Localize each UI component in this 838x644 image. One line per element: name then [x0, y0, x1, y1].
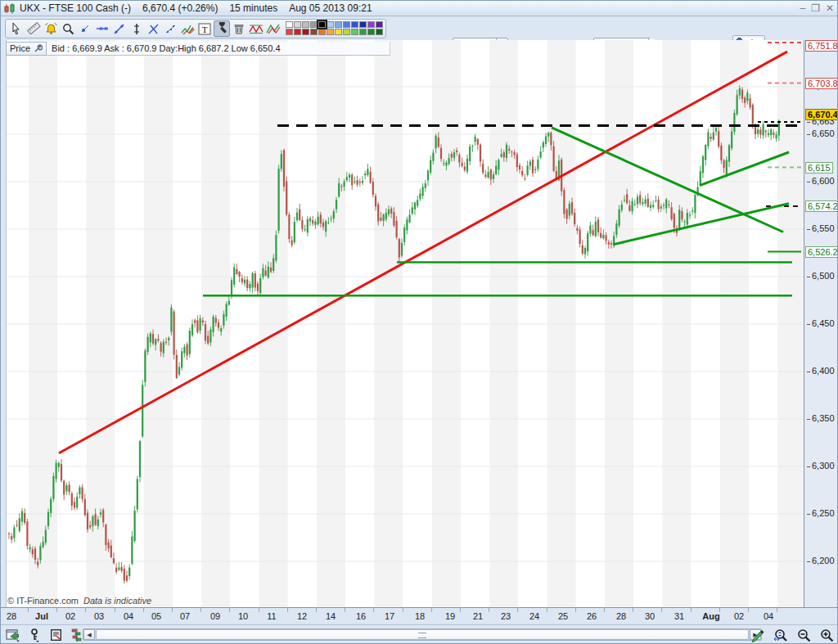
date-tick-label: 04: [764, 611, 773, 621]
scroll-left-icon[interactable]: ◀: [83, 629, 95, 640]
palette-color-swatch[interactable]: [335, 21, 342, 28]
axis-separator: [316, 608, 317, 612]
key-icon[interactable]: [25, 627, 43, 643]
palette-color-swatch[interactable]: [327, 29, 334, 35]
wrench-icon: [34, 44, 43, 53]
pattern-green-tool-icon: [266, 23, 281, 34]
zoom-tool[interactable]: [60, 20, 77, 37]
axis-separator: [719, 608, 720, 612]
axis-separator: [172, 608, 173, 612]
price-axis[interactable]: 6,7006,6506,6006,5506,5006,4506,4006,350…: [804, 40, 838, 607]
palette-color-swatch[interactable]: [318, 21, 326, 28]
pattern-red-tool[interactable]: [247, 20, 264, 37]
price-tick-label: 6,450: [807, 318, 835, 328]
date-tick-label: 31: [674, 611, 684, 621]
price-tick-label: 6,350: [807, 413, 835, 423]
axis-separator: [489, 608, 489, 612]
price-level-label: 6,526.2: [805, 246, 838, 258]
title-instrument: UKX - FTSE 100 Cash (-): [20, 2, 131, 14]
palette-color-swatch[interactable]: [302, 29, 309, 35]
palette-color-swatch[interactable]: [376, 21, 383, 28]
date-tick-label: 09: [210, 611, 220, 621]
axis-separator: [691, 608, 692, 612]
palette-color-swatch[interactable]: [367, 21, 375, 28]
palette-color-swatch[interactable]: [286, 29, 293, 35]
text-tool-icon: T: [198, 23, 211, 35]
cross-lines-tool-icon: [147, 23, 160, 35]
axis-separator: [517, 608, 518, 612]
scatter-tool[interactable]: [162, 20, 179, 37]
ruler-tool[interactable]: [25, 20, 43, 37]
date-tick-label: 04: [124, 611, 133, 621]
delete-tool-icon: [233, 23, 245, 35]
palette-color-swatch[interactable]: [310, 21, 318, 28]
date-tick-label: 23: [501, 611, 511, 621]
time-axis[interactable]: 28Jul02030405070910111214161718192123242…: [1, 607, 838, 624]
scrollbar-grip: [418, 633, 426, 638]
price-level-label: 6,703.8: [805, 78, 838, 89]
price-level-label: 6,615: [805, 162, 833, 173]
scrollbar-thumb[interactable]: [96, 629, 749, 640]
status-note: © IT-Finance.comData is indicative: [7, 596, 151, 606]
close-icon[interactable]: ✕: [826, 2, 834, 14]
price-settings-tab[interactable]: Price: [6, 42, 47, 56]
palette-color-swatch[interactable]: [359, 21, 367, 28]
text-tool[interactable]: T: [196, 20, 214, 37]
palette-color-swatch[interactable]: [376, 29, 383, 35]
palette-color-swatch[interactable]: [294, 29, 301, 35]
pointer-tool[interactable]: [8, 20, 25, 37]
point-tool[interactable]: [77, 20, 94, 37]
price-level-label: 6,751.8: [805, 40, 838, 52]
cross-lines-tool[interactable]: [145, 20, 162, 37]
axis-separator: [403, 608, 403, 612]
palette-color-swatch[interactable]: [335, 29, 342, 35]
vertical-line-tool[interactable]: [128, 20, 145, 37]
app-icon: [4, 3, 16, 14]
delete-tool[interactable]: [230, 20, 247, 37]
minimize-icon[interactable]: –: [800, 2, 805, 14]
settings-tool[interactable]: [214, 20, 231, 37]
zoom-out-icon[interactable]: [795, 628, 813, 644]
axis-separator: [661, 608, 662, 612]
axis-separator: [28, 608, 29, 612]
date-tick-label: 07: [180, 611, 190, 621]
settings-tool-icon: [215, 22, 228, 35]
alarm-tool[interactable]: [43, 20, 60, 37]
export-chart-icon[interactable]: [4, 627, 22, 643]
palette-color-swatch[interactable]: [351, 29, 358, 35]
palette-color-swatch[interactable]: [343, 29, 350, 35]
point-tool-icon: [79, 23, 91, 34]
forecast-tool[interactable]: [179, 20, 196, 37]
price-indicator-bar: Price Bid : 6,669.9 Ask : 6,670.9 Day:Hi…: [6, 42, 390, 56]
pattern-green-tool[interactable]: [264, 20, 282, 37]
date-tick-label: 02: [65, 611, 75, 621]
date-tick-label: 02: [734, 611, 744, 621]
axis-separator: [748, 608, 749, 612]
palette-color-swatch[interactable]: [327, 21, 334, 28]
axis-separator: [115, 608, 115, 612]
draw-zoom-icon[interactable]: [749, 628, 767, 644]
date-tick-label: 12: [297, 611, 307, 621]
zoom-vertical-icon[interactable]: [772, 628, 790, 644]
palette-color-swatch[interactable]: [302, 21, 309, 28]
chart-canvas[interactable]: [6, 40, 803, 607]
palette-color-swatch[interactable]: [359, 29, 367, 35]
news-icon[interactable]: [47, 627, 65, 643]
zoom-in-icon[interactable]: [818, 628, 836, 644]
palette-color-swatch[interactable]: [343, 21, 350, 28]
horizontal-line-tool[interactable]: [93, 20, 110, 37]
palette-color-swatch[interactable]: [294, 21, 301, 28]
palette-color-swatch[interactable]: [286, 21, 293, 28]
date-tick-label: 28: [7, 611, 16, 621]
palette-color-swatch[interactable]: [351, 21, 358, 28]
date-tick-label: 14: [326, 611, 336, 621]
date-tick-label: Aug: [702, 611, 719, 621]
axis-separator: [259, 608, 259, 612]
restore-icon[interactable]: ❐: [811, 2, 820, 14]
palette-color-swatch[interactable]: [318, 29, 326, 35]
palette-color-swatch[interactable]: [310, 29, 318, 35]
palette-color-swatch[interactable]: [367, 29, 375, 35]
trend-line-tool[interactable]: [110, 20, 128, 37]
horizontal-scrollbar[interactable]: ◀ ▶: [83, 628, 762, 641]
ruler-tool-icon: [27, 22, 41, 35]
